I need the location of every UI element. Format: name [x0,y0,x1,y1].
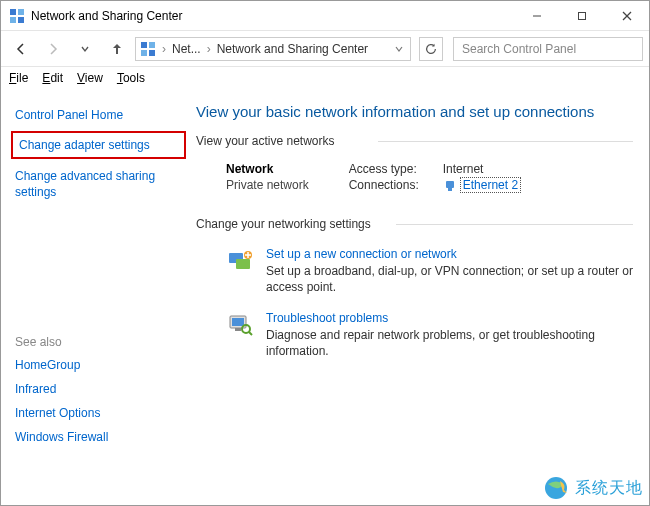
breadcrumb-segment[interactable]: Network and Sharing Center [217,42,368,56]
breadcrumb-segment[interactable]: Net... [172,42,201,56]
sidebar-homegroup[interactable]: HomeGroup [15,353,186,377]
address-dropdown-icon[interactable] [392,44,406,54]
svg-rect-9 [149,42,155,48]
task-new-connection: Set up a new connection or network Set u… [196,243,633,307]
up-button[interactable] [103,35,131,63]
svg-rect-15 [236,259,250,269]
svg-rect-13 [448,188,452,191]
sidebar-windows-firewall[interactable]: Windows Firewall [15,425,186,449]
svg-rect-2 [10,17,16,23]
svg-rect-3 [18,17,24,23]
sidebar-change-advanced-sharing[interactable]: Change advanced sharing settings [15,165,185,204]
svg-rect-8 [141,42,147,48]
menu-tools[interactable]: Tools [117,71,145,85]
active-networks-label: View your active networks [196,134,633,148]
active-network-row: Network Private network Access type: Int… [196,158,633,209]
body: Control Panel Home Change adapter settin… [1,89,649,505]
sidebar: Control Panel Home Change adapter settin… [1,89,186,505]
search-input[interactable] [460,41,636,57]
svg-rect-5 [578,12,585,19]
toolbar: › Net... › Network and Sharing Center [1,31,649,67]
connection-link[interactable]: Ethernet 2 [460,177,521,193]
chevron-right-icon: › [205,42,213,56]
network-name: Network [226,162,309,176]
sidebar-internet-options[interactable]: Internet Options [15,401,186,425]
network-type: Private network [226,178,309,192]
ethernet-icon [443,179,457,193]
access-type-label: Access type: [349,162,429,176]
sidebar-change-adapter-settings[interactable]: Change adapter settings [11,131,186,159]
sidebar-infrared[interactable]: Infrared [15,377,186,401]
svg-rect-11 [149,50,155,56]
sidebar-control-panel-home[interactable]: Control Panel Home [15,103,186,127]
window-icon [9,8,25,24]
svg-rect-18 [232,318,244,326]
chevron-right-icon: › [160,42,168,56]
address-bar[interactable]: › Net... › Network and Sharing Center [135,37,411,61]
task-new-connection-desc: Set up a broadband, dial-up, or VPN conn… [266,263,633,295]
troubleshoot-icon [226,311,254,339]
page-title: View your basic network information and … [196,103,633,120]
task-troubleshoot-link[interactable]: Troubleshoot problems [266,311,633,325]
svg-rect-10 [141,50,147,56]
window-controls [514,1,649,31]
access-type-value: Internet [443,162,484,176]
recent-locations-dropdown[interactable] [71,35,99,63]
main: View your basic network information and … [186,89,649,505]
titlebar: Network and Sharing Center [1,1,649,31]
back-button[interactable] [7,35,35,63]
refresh-button[interactable] [419,37,443,61]
maximize-button[interactable] [559,1,604,31]
address-icon [140,41,156,57]
svg-rect-1 [18,9,24,15]
minimize-button[interactable] [514,1,559,31]
svg-rect-0 [10,9,16,15]
task-troubleshoot: Troubleshoot problems Diagnose and repai… [196,307,633,371]
connections-label: Connections: [349,178,429,192]
svg-rect-12 [446,181,454,188]
task-troubleshoot-desc: Diagnose and repair network problems, or… [266,327,633,359]
forward-button[interactable] [39,35,67,63]
menu-file[interactable]: File [9,71,28,85]
window-title: Network and Sharing Center [31,9,182,23]
menu-edit[interactable]: Edit [42,71,63,85]
change-settings-label: Change your networking settings [196,217,633,231]
svg-line-21 [249,332,252,335]
search-box[interactable] [453,37,643,61]
menu-view[interactable]: View [77,71,103,85]
menubar: File Edit View Tools [1,67,649,89]
task-new-connection-link[interactable]: Set up a new connection or network [266,247,633,261]
svg-rect-19 [235,328,241,331]
close-button[interactable] [604,1,649,31]
new-connection-icon [226,247,254,275]
see-also-label: See also [15,335,186,353]
